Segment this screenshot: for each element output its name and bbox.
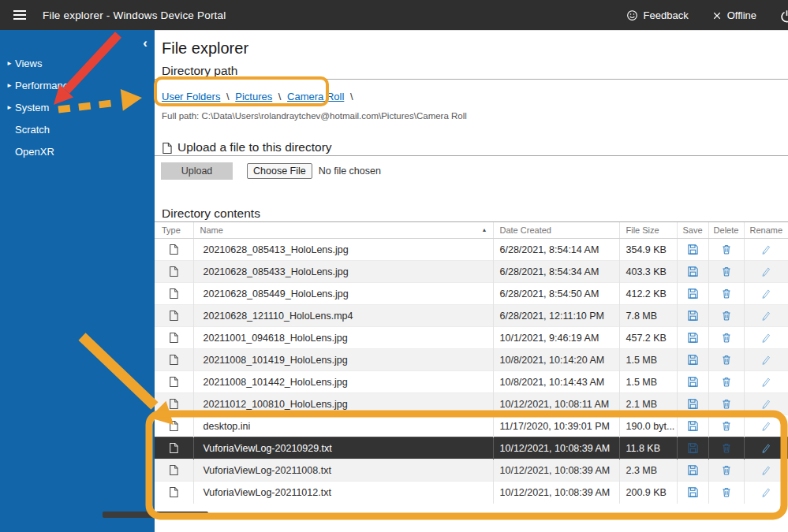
- choose-file-button[interactable]: Choose File: [247, 163, 312, 179]
- table-row[interactable]: 20210628_121110_HoloLens.mp4 6/28/2021, …: [155, 305, 788, 327]
- table-row[interactable]: 20210628_085413_HoloLens.jpg 6/28/2021, …: [155, 239, 788, 261]
- trash-icon: [721, 464, 732, 475]
- sidebar-item-views[interactable]: ► Views: [0, 52, 155, 74]
- column-header-type[interactable]: Type: [155, 222, 193, 239]
- delete-button[interactable]: [708, 239, 744, 261]
- save-button[interactable]: [677, 459, 708, 482]
- save-button[interactable]: [677, 349, 708, 371]
- table-row[interactable]: desktop.ini 11/17/2020, 10:39:01 PM 190.…: [155, 415, 788, 437]
- save-button[interactable]: [677, 261, 708, 283]
- save-floppy-icon: [687, 376, 699, 387]
- trash-icon: [721, 288, 732, 299]
- file-icon: [169, 420, 178, 431]
- rename-button[interactable]: [744, 239, 788, 261]
- file-type-cell: [155, 283, 193, 305]
- table-row[interactable]: VuforiaViewLog-20211008.txt 10/12/2021, …: [155, 459, 788, 482]
- smiley-feedback-icon: [626, 9, 638, 21]
- column-header-date-created[interactable]: Date Created: [493, 222, 619, 239]
- pencil-icon: [760, 442, 771, 453]
- rename-button[interactable]: [744, 327, 788, 349]
- sidebar-item-label: Performance: [15, 80, 73, 91]
- save-floppy-icon: [687, 398, 699, 409]
- file-name-cell: VuforiaViewLog-20210929.txt: [193, 437, 493, 459]
- sidebar-item-system[interactable]: ► System: [0, 96, 155, 118]
- delete-button[interactable]: [708, 261, 744, 283]
- table-row[interactable]: 20211012_100810_HoloLens.jpg 10/12/2021,…: [155, 393, 788, 415]
- save-button[interactable]: [677, 437, 708, 459]
- table-row[interactable]: 20210628_085433_HoloLens.jpg 6/28/2021, …: [155, 261, 788, 283]
- trash-icon: [721, 310, 732, 321]
- table-row[interactable]: 20211008_101419_HoloLens.jpg 10/8/2021, …: [155, 349, 788, 371]
- rename-button[interactable]: [744, 393, 788, 415]
- file-type-cell: [155, 371, 193, 393]
- date-created-cell: 11/17/2020, 10:39:01 PM: [493, 415, 619, 437]
- save-button[interactable]: [677, 393, 708, 415]
- save-button[interactable]: [677, 239, 708, 261]
- save-button[interactable]: [677, 482, 708, 504]
- feedback-button[interactable]: Feedback: [626, 9, 689, 21]
- save-button[interactable]: [677, 371, 708, 393]
- table-row[interactable]: 20211001_094618_HoloLens.jpg 10/1/2021, …: [155, 327, 788, 349]
- delete-button[interactable]: [708, 305, 744, 327]
- table-row[interactable]: 20211008_101442_HoloLens.jpg 10/8/2021, …: [155, 371, 788, 393]
- save-button[interactable]: [677, 283, 708, 305]
- file-type-cell: [155, 415, 193, 437]
- delete-button[interactable]: [708, 283, 744, 305]
- table-row[interactable]: 20210628_085449_HoloLens.jpg 6/28/2021, …: [155, 283, 788, 305]
- save-button[interactable]: [677, 305, 708, 327]
- divider: [155, 79, 788, 80]
- sidebar-item-performance[interactable]: ► Performance: [0, 74, 155, 96]
- upload-button[interactable]: Upload: [161, 162, 233, 180]
- file-icon: [169, 244, 178, 255]
- save-button[interactable]: [677, 327, 708, 349]
- file-type-cell: [155, 349, 193, 371]
- rename-button[interactable]: [744, 437, 788, 459]
- offline-button[interactable]: Offline: [712, 9, 756, 21]
- rename-button[interactable]: [744, 482, 788, 504]
- window-title: File explorer - Windows Device Portal: [43, 9, 226, 21]
- top-app-bar: File explorer - Windows Device Portal Fe…: [0, 0, 788, 30]
- rename-button[interactable]: [744, 459, 788, 482]
- sidebar-item-scratch[interactable]: Scratch: [0, 118, 155, 140]
- file-chosen-status: No file chosen: [319, 166, 381, 177]
- hamburger-menu-icon[interactable]: [13, 8, 26, 22]
- column-header-file-size[interactable]: File Size: [619, 222, 677, 239]
- save-floppy-icon: [687, 354, 699, 365]
- rename-button[interactable]: [744, 371, 788, 393]
- delete-button[interactable]: [708, 393, 744, 415]
- power-icon[interactable]: [780, 9, 788, 23]
- rename-button[interactable]: [744, 283, 788, 305]
- file-icon: [169, 332, 178, 343]
- rename-button[interactable]: [744, 415, 788, 437]
- delete-button[interactable]: [708, 327, 744, 349]
- delete-button[interactable]: [708, 459, 744, 482]
- delete-button[interactable]: [708, 371, 744, 393]
- save-floppy-icon: [687, 486, 699, 497]
- rename-button[interactable]: [744, 305, 788, 327]
- delete-button[interactable]: [708, 349, 744, 371]
- file-name-cell: VuforiaViewLog-20211012.txt: [193, 482, 493, 504]
- breadcrumb-link[interactable]: Camera Roll: [287, 91, 344, 102]
- save-floppy-icon: [687, 266, 699, 277]
- delete-button[interactable]: [708, 415, 744, 437]
- directory-contents-heading: Directory contents: [162, 206, 788, 221]
- pencil-icon: [760, 244, 771, 255]
- rename-button[interactable]: [744, 261, 788, 283]
- file-name-cell: 20211008_101442_HoloLens.jpg: [193, 371, 493, 393]
- rename-button[interactable]: [744, 349, 788, 371]
- column-header-delete: Delete: [708, 222, 744, 239]
- table-row[interactable]: VuforiaViewLog-20211012.txt 10/12/2021, …: [155, 482, 788, 504]
- breadcrumb-link[interactable]: User Folders: [162, 91, 220, 102]
- sidebar-item-openxr[interactable]: OpenXR: [0, 140, 155, 162]
- column-header-name[interactable]: Name ▲: [193, 222, 493, 239]
- file-size-cell: 354.9 KB: [619, 239, 677, 261]
- sidebar-collapse-icon[interactable]: ‹: [143, 36, 148, 50]
- delete-button[interactable]: [708, 482, 744, 504]
- table-row[interactable]: VuforiaViewLog-20210929.txt 10/12/2021, …: [155, 437, 788, 459]
- breadcrumb-link[interactable]: Pictures: [235, 91, 272, 102]
- sidebar-nav: ► Views ► Performance ► System Scratch O…: [0, 30, 155, 162]
- delete-button[interactable]: [708, 437, 744, 459]
- save-button[interactable]: [677, 415, 708, 437]
- file-type-cell: [155, 459, 193, 482]
- date-created-cell: 6/28/2021, 8:54:34 AM: [493, 261, 619, 283]
